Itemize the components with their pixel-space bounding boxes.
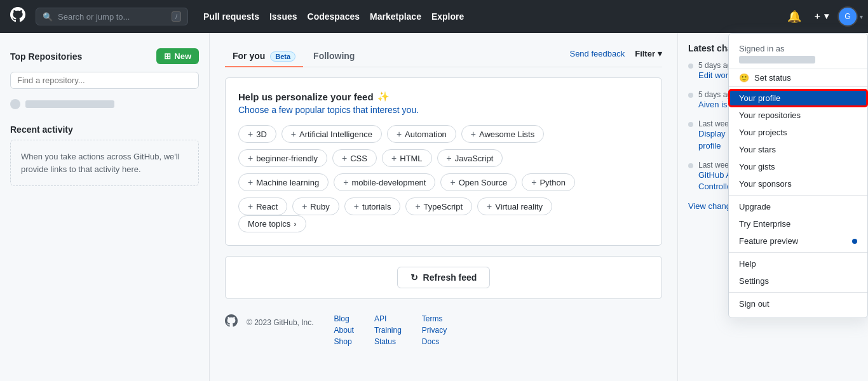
change-dot <box>688 163 693 168</box>
set-status-item[interactable]: 🙂 Set status <box>729 69 867 87</box>
topic-tag-automation[interactable]: +Automation <box>387 125 456 143</box>
your-sponsors-item[interactable]: Your sponsors <box>729 175 867 192</box>
plus-icon: + <box>471 129 476 139</box>
plus-icon: + <box>354 201 359 211</box>
search-icon: 🔍 <box>43 12 53 22</box>
topic-tag-ruby[interactable]: +Ruby <box>292 197 339 215</box>
topic-tag-python[interactable]: +Python <box>522 173 575 191</box>
topic-tag-javascript[interactable]: +JavaScript <box>437 149 503 167</box>
upgrade-item[interactable]: Upgrade <box>729 198 867 215</box>
plus-icon: + <box>248 201 253 211</box>
topic-tag-typescript[interactable]: +TypeScript <box>405 197 472 215</box>
your-projects-item[interactable]: Your projects <box>729 124 867 141</box>
footer-docs[interactable]: Docs <box>422 337 447 346</box>
refresh-feed-section: ↻ Refresh feed <box>225 256 662 299</box>
footer-status[interactable]: Status <box>374 337 402 346</box>
plus-icon: + <box>397 129 402 139</box>
footer-col3: Terms Privacy Docs <box>422 314 447 346</box>
plus-icon: + <box>415 201 420 211</box>
your-gists-item[interactable]: Your gists <box>729 158 867 175</box>
topic-tag-css[interactable]: +CSS <box>332 149 377 167</box>
plus-icon: + <box>391 153 397 163</box>
github-logo[interactable] <box>10 7 25 26</box>
new-repository-button[interactable]: ⊞ New <box>156 48 199 64</box>
feature-preview-dot <box>852 239 857 244</box>
topic-tag-tutorials[interactable]: +tutorials <box>344 197 401 215</box>
copy-icon: ⊞ <box>164 51 171 61</box>
slash-key: / <box>172 11 181 22</box>
topnav-marketplace[interactable]: Marketplace <box>370 11 421 22</box>
avatar-menu-button[interactable]: G <box>837 6 858 27</box>
plus-icon: + <box>248 129 253 139</box>
recent-activity-box: When you take actions across GitHub, we'… <box>10 140 199 186</box>
topic-tag-virtual-reality[interactable]: +Virtual reality <box>477 197 552 215</box>
try-enterprise-item[interactable]: Try Enterprise <box>729 215 867 232</box>
tab-following[interactable]: Following <box>306 46 362 67</box>
footer-about[interactable]: About <box>334 326 354 335</box>
refresh-feed-button[interactable]: ↻ Refresh feed <box>397 267 491 288</box>
change-dot <box>688 64 693 69</box>
footer-terms[interactable]: Terms <box>422 314 447 323</box>
topic-tag-react[interactable]: +React <box>238 197 287 215</box>
send-feedback-link[interactable]: Send feedback <box>569 49 625 58</box>
footer-training[interactable]: Training <box>374 326 402 335</box>
more-topics-button[interactable]: More topics › <box>238 215 306 232</box>
topnav-issues[interactable]: Issues <box>269 11 297 22</box>
user-dropdown: Signed in as 🙂 Set status Your profile Y… <box>728 33 868 318</box>
topic-tags-row4: +React+Ruby+tutorials+TypeScript+Virtual… <box>238 197 649 215</box>
topic-tag-html[interactable]: +HTML <box>382 149 432 167</box>
personalize-title: Help us personalize your feed ✨ <box>238 91 649 102</box>
repo-list-item[interactable] <box>10 97 199 112</box>
signed-in-label: Signed in as <box>739 44 857 53</box>
find-repository-input[interactable] <box>10 72 199 89</box>
filter-button[interactable]: Filter ▾ <box>635 49 662 58</box>
topnav-pull-requests[interactable]: Pull requests <box>203 11 259 22</box>
your-stars-item[interactable]: Your stars <box>729 141 867 158</box>
sign-out-item[interactable]: Sign out <box>729 295 867 312</box>
chevron-right-icon: › <box>294 219 296 229</box>
notifications-button[interactable]: 🔔 <box>785 7 804 26</box>
your-profile-item[interactable]: Your profile <box>729 90 867 107</box>
plus-icon: + <box>248 177 253 187</box>
topic-tag-machine-learning[interactable]: +Machine learning <box>238 173 329 191</box>
topnav-right: 🔔 ＋ ▾ G <box>785 6 858 27</box>
topic-tag-awesome-lists[interactable]: +Awesome Lists <box>461 125 544 143</box>
recent-activity-title: Recent activity <box>10 124 199 135</box>
repo-name-blurred <box>25 100 114 108</box>
dropdown-divider-3 <box>729 292 867 293</box>
help-item[interactable]: Help <box>729 255 867 272</box>
topic-tag-beginner-friendly[interactable]: +beginner-friendly <box>238 149 327 167</box>
settings-item[interactable]: Settings <box>729 272 867 290</box>
footer-api[interactable]: API <box>374 314 402 323</box>
footer-privacy[interactable]: Privacy <box>422 326 447 335</box>
footer-blog[interactable]: Blog <box>334 314 354 323</box>
footer-brand: © 2023 GitHub, Inc. <box>225 314 314 330</box>
feature-preview-item[interactable]: Feature preview <box>729 232 867 250</box>
topic-tag-open-source[interactable]: +Open Source <box>440 173 517 191</box>
feed-tab-right: Send feedback Filter ▾ <box>569 49 662 64</box>
topnav-explore[interactable]: Explore <box>431 11 464 22</box>
topic-tag-mobile-development[interactable]: +mobile-development <box>334 173 435 191</box>
top-repositories-section: Top Repositories ⊞ New <box>10 48 199 64</box>
footer-col2: API Training Status <box>374 314 402 346</box>
plus-icon: + <box>302 201 307 211</box>
topic-tag-3d[interactable]: +3D <box>238 125 276 143</box>
footer: © 2023 GitHub, Inc. Blog About Shop API … <box>225 309 662 351</box>
topic-tag-artificial-intelligence[interactable]: +Artificial Intelligence <box>281 125 382 143</box>
dropdown-divider-2 <box>729 252 867 253</box>
topnav-links: Pull requests Issues Codespaces Marketpl… <box>203 11 464 22</box>
plus-icon: + <box>291 129 296 139</box>
footer-shop[interactable]: Shop <box>334 337 354 346</box>
search-bar[interactable]: 🔍 Search or jump to... / <box>36 8 188 25</box>
plus-icon: + <box>450 177 455 187</box>
search-placeholder: Search or jump to... <box>58 12 130 22</box>
topnav: 🔍 Search or jump to... / Pull requests I… <box>0 0 868 33</box>
change-dot <box>688 93 693 98</box>
create-new-button[interactable]: ＋ ▾ <box>809 8 832 25</box>
topnav-codespaces[interactable]: Codespaces <box>308 11 360 22</box>
feed-tabs: For you Beta Following Send feedback Fil… <box>225 46 662 67</box>
tab-for-you[interactable]: For you Beta <box>225 46 303 67</box>
personalize-feed-card: Help us personalize your feed ✨ Choose a… <box>225 77 662 246</box>
your-repositories-item[interactable]: Your repositories <box>729 107 867 124</box>
plus-icon: + <box>248 153 253 163</box>
